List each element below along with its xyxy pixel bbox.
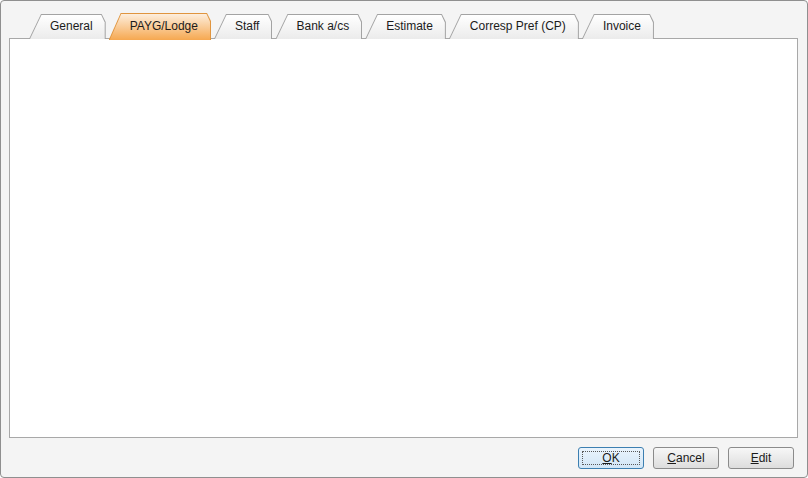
tab-label: Corresp Pref (CP) bbox=[470, 19, 566, 33]
tab-label: Invoice bbox=[603, 19, 641, 33]
button-label: dit bbox=[759, 451, 772, 465]
tab-label: Estimate bbox=[386, 19, 433, 33]
tab-invoice[interactable]: Invoice bbox=[582, 14, 654, 39]
button-accesskey: E bbox=[751, 451, 759, 465]
payg-lodge-dialog: General PAYG/Lodge Staff Bank a/cs Estim… bbox=[0, 0, 808, 478]
button-accesskey: C bbox=[667, 451, 676, 465]
tab-payg-lodge[interactable]: PAYG/Lodge bbox=[109, 13, 211, 40]
button-label: K bbox=[612, 451, 620, 465]
button-accesskey: O bbox=[602, 451, 611, 465]
tab-general[interactable]: General bbox=[29, 14, 106, 39]
tab-corresp-pref[interactable]: Corresp Pref (CP) bbox=[449, 14, 579, 39]
tab-estimate[interactable]: Estimate bbox=[365, 14, 446, 39]
button-label: ancel bbox=[676, 451, 705, 465]
tab-label: PAYG/Lodge bbox=[130, 19, 198, 33]
tab-bank-accounts[interactable]: Bank a/cs bbox=[275, 14, 362, 39]
tab-label: General bbox=[50, 19, 93, 33]
tab-page-panel bbox=[9, 38, 798, 438]
tab-staff[interactable]: Staff bbox=[214, 14, 272, 39]
edit-button[interactable]: Edit bbox=[728, 447, 794, 469]
tab-label: Bank a/cs bbox=[296, 19, 349, 33]
tab-bar: General PAYG/Lodge Staff Bank a/cs Estim… bbox=[29, 12, 654, 39]
ok-button[interactable]: OK bbox=[578, 447, 644, 469]
cancel-button[interactable]: Cancel bbox=[653, 447, 719, 469]
tab-label: Staff bbox=[235, 19, 259, 33]
